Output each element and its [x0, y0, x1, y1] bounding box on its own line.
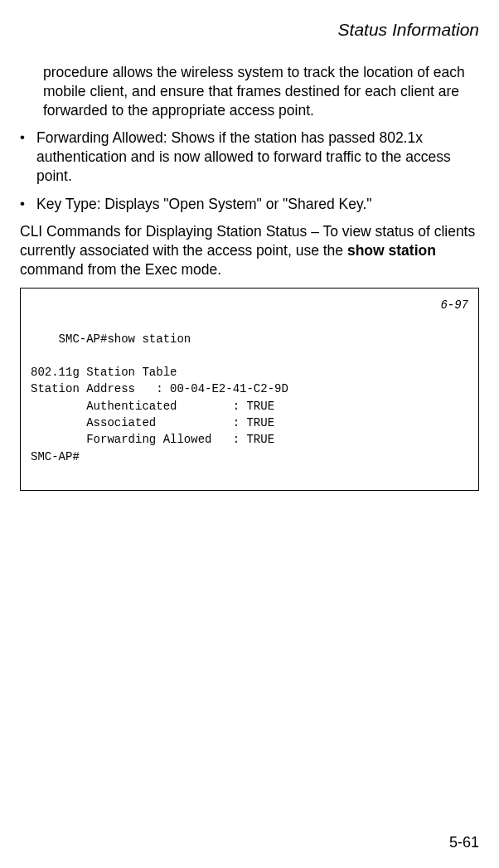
intro-paragraph: procedure allows the wireless system to … — [43, 63, 479, 120]
cli-paragraph: CLI Commands for Displaying Station Stat… — [20, 222, 479, 279]
bullet-item: • Forwarding Allowed: Shows if the stati… — [20, 129, 479, 186]
code-reference-number: 6-97 — [440, 297, 468, 313]
page-number: 5-61 — [449, 834, 479, 851]
bullet-text: Key Type: Displays "Open System" or "Sha… — [36, 195, 479, 214]
bullet-marker-icon: • — [20, 129, 36, 147]
bullet-item: • Key Type: Displays "Open System" or "S… — [20, 195, 479, 214]
bullet-text: Forwarding Allowed: Shows if the station… — [36, 129, 479, 186]
cli-output-box: 6-97 SMC-AP#show station 802.11g Station… — [20, 288, 479, 491]
cli-output-text: SMC-AP#show station 802.11g Station Tabl… — [31, 332, 288, 463]
document-page: Status Information procedure allows the … — [0, 0, 499, 868]
cli-paragraph-post: command from the Exec mode. — [20, 261, 221, 278]
bullet-marker-icon: • — [20, 195, 36, 213]
page-header-title: Status Information — [20, 20, 479, 40]
cli-command-name: show station — [347, 242, 436, 259]
